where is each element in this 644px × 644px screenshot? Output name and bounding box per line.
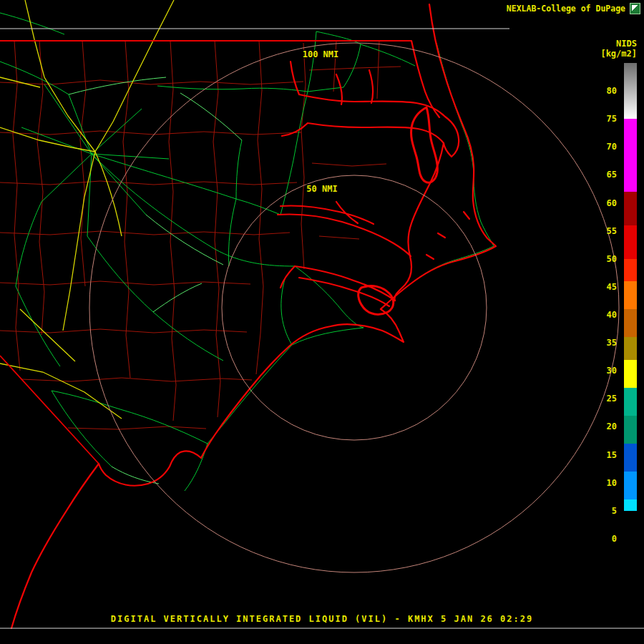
colorbar-segment [624,511,637,567]
colorbar-segment [624,337,637,359]
colorbar-tick-label: 0 [600,534,617,544]
colorbar-tick-label: 70 [600,142,617,152]
colorbar-segment [624,259,637,281]
colorbar-segment [624,360,637,388]
colorbar-tick-label: 15 [600,450,617,460]
secondary-road-network [69,77,242,484]
highway-network [0,0,174,419]
colorbar-segment [624,388,637,416]
colorbar-segment [624,225,637,259]
range-ring [89,43,619,572]
radar-map: 50 NMI100 NMI [0,0,644,644]
county-borders [0,41,401,429]
state-borders [0,41,411,464]
colorbar-tick-label: 35 [600,338,617,348]
colorbar-segment [624,192,637,225]
range-ring [222,175,487,440]
colorbar-segment [624,472,637,499]
colorbar-tick-label: 40 [600,310,617,320]
colorbar-tick-label: 80 [600,86,617,96]
colorbar-segment [624,119,637,192]
colorbar-tick-label: 5 [600,506,617,516]
colorbar-tick-label: 75 [600,114,617,124]
colorbar-tick-label: 30 [600,366,617,376]
colorbar-tick-label: 45 [600,282,617,292]
colorbar-segment [624,281,637,309]
colorbar [624,0,637,644]
product-title: DIGITAL VERTICALLY INTEGRATED LIQUID (VI… [0,614,644,624]
colorbar-segment [624,444,637,472]
colorbar-tick-label: 60 [600,198,617,208]
range-ring-label: 100 NMI [303,49,339,59]
colorbar-tick-label: 65 [600,170,617,180]
coastline [11,4,496,628]
colorbar-segment [624,309,637,337]
colorbar-tick-label: 20 [600,421,617,431]
range-rings: 50 NMI100 NMI [89,43,619,572]
colorbar-segment [624,416,637,444]
range-ring-label: 50 NMI [306,184,337,194]
colorbar-segment [624,63,637,119]
colorbar-segment [624,499,637,511]
colorbar-tick-label: 10 [600,478,617,488]
colorbar-tick-label: 25 [600,394,617,404]
colorbar-tick-labels: 80757065605550454035302520151050 [600,0,620,644]
colorbar-tick-label: 50 [600,254,617,264]
colorbar-tick-label: 55 [600,226,617,236]
